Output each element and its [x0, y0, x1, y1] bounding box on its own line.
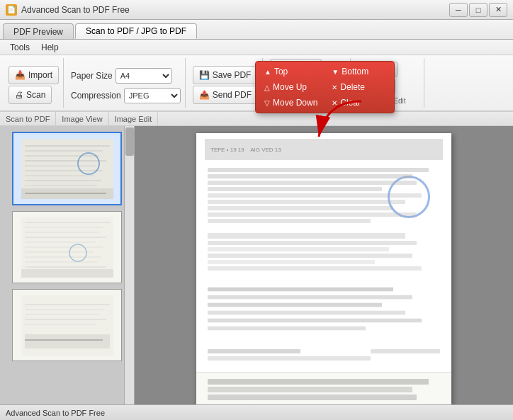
ribbon-group-save-send: 💾 Save PDF 📤 Send PDF — [188, 58, 263, 108]
clear-icon: ✕ — [332, 99, 337, 107]
scan-icon: 🖨 — [15, 90, 23, 100]
dropdown-menu: ▲ Top ▼ Bottom △ Move Up ✕ Delete ▽ Move… — [255, 61, 395, 113]
doc-bottom-section — [196, 372, 451, 404]
image-edit-section-label: Image Edit — [109, 112, 159, 125]
compression-select[interactable]: JPEG PNG — [124, 88, 181, 103]
ribbon-group-paper: Paper Size A4 Letter A3 Compression JPEG… — [67, 58, 186, 108]
menu-bottom[interactable]: ▼ Bottom — [327, 64, 389, 79]
menu-delete[interactable]: ✕ Delete — [327, 80, 389, 94]
scroll-thumb[interactable] — [125, 127, 134, 156]
save-pdf-button[interactable]: 💾 Save PDF — [193, 66, 258, 84]
send-pdf-button[interactable]: 📤 Send PDF — [193, 86, 258, 104]
menu-clear[interactable]: ✕ Clear — [327, 96, 389, 110]
menu-move-up[interactable]: △ Move Up — [260, 80, 322, 94]
thumbnail-scrollbar[interactable] — [124, 126, 134, 404]
menu-move-down[interactable]: ▽ Move Down — [260, 96, 322, 110]
save-pdf-icon: 💾 — [199, 70, 210, 80]
import-button[interactable]: 📥 Import — [9, 66, 59, 84]
thumbnail-2[interactable] — [12, 211, 122, 283]
doc-rotated-section — [196, 281, 451, 336]
paper-size-select[interactable]: A4 Letter A3 — [115, 68, 172, 84]
thumbnail-2-img — [13, 212, 121, 283]
menu-bar: Tools Help — [0, 40, 513, 55]
menu-tools[interactable]: Tools — [4, 41, 35, 54]
svg-rect-27 — [21, 269, 113, 278]
compression-label: Compression — [71, 91, 121, 101]
main-content: ТЕFE • 19 19 AIG VED 13 — [0, 126, 513, 404]
thumbnail-panel[interactable] — [0, 126, 135, 404]
bottom-icon: ▼ — [332, 68, 339, 76]
paper-size-row: Paper Size A4 Letter A3 — [71, 68, 172, 84]
maximize-button[interactable]: □ — [469, 3, 487, 17]
tab-pdf-preview[interactable]: PDF Preview — [3, 23, 74, 39]
delete-icon: ✕ — [332, 84, 337, 91]
doc-header: ТЕFE • 19 19 AIG VED 13 — [205, 139, 443, 160]
status-text: Advanced Scan to PDF Free — [6, 409, 105, 417]
move-up-icon: △ — [264, 84, 270, 91]
title-bar: 📄 Advanced Scan to PDF Free ─ □ ✕ — [0, 0, 513, 20]
compression-row: Compression JPEG PNG — [71, 88, 181, 103]
close-button[interactable]: ✕ — [489, 3, 507, 17]
minimize-button[interactable]: ─ — [449, 3, 468, 17]
section-labels: Scan to PDF Image View Image Edit — [0, 112, 513, 126]
send-pdf-icon: 📤 — [199, 90, 210, 100]
ribbon-group-import-scan: 📥 Import 🖨 Scan — [4, 58, 64, 108]
thumbnail-1[interactable] — [12, 132, 122, 205]
title-bar-left: 📄 Advanced Scan to PDF Free — [6, 4, 130, 16]
ribbon: 📥 Import 🖨 Scan Paper Size A4 Letter A3 … — [0, 55, 513, 112]
document-page: ТЕFE • 19 19 AIG VED 13 — [196, 133, 451, 404]
app-icon: 📄 — [6, 4, 17, 16]
paper-size-label: Paper Size — [71, 71, 113, 81]
thumbnail-3[interactable] — [12, 289, 122, 361]
import-icon: 📥 — [15, 70, 26, 80]
thumbnail-1-img — [13, 133, 120, 204]
doc-signature-section — [196, 344, 451, 366]
window-title: Advanced Scan to PDF Free — [21, 5, 130, 15]
scan-button[interactable]: 🖨 Scan — [9, 86, 52, 104]
svg-rect-34 — [25, 334, 110, 348]
doc-mid-section — [196, 228, 451, 276]
window-controls: ─ □ ✕ — [449, 3, 507, 17]
tab-scan-to-pdf[interactable]: Scan to PDF / JPG to PDF — [75, 23, 197, 39]
tab-bar: PDF Preview Scan to PDF / JPG to PDF — [0, 20, 513, 40]
image-view-section-label: Image View — [56, 112, 108, 125]
top-icon: ▲ — [264, 68, 271, 76]
scan-to-pdf-section: Scan to PDF — [0, 112, 56, 125]
status-bar: Advanced Scan to PDF Free — [0, 404, 513, 420]
doc-text-area — [196, 163, 451, 228]
menu-help[interactable]: Help — [35, 41, 64, 54]
preview-area[interactable]: ТЕFE • 19 19 AIG VED 13 — [135, 126, 513, 404]
thumbnail-3-img — [13, 290, 121, 361]
svg-rect-15 — [21, 217, 113, 278]
move-down-icon: ▽ — [264, 99, 270, 107]
menu-top[interactable]: ▲ Top — [260, 64, 322, 79]
